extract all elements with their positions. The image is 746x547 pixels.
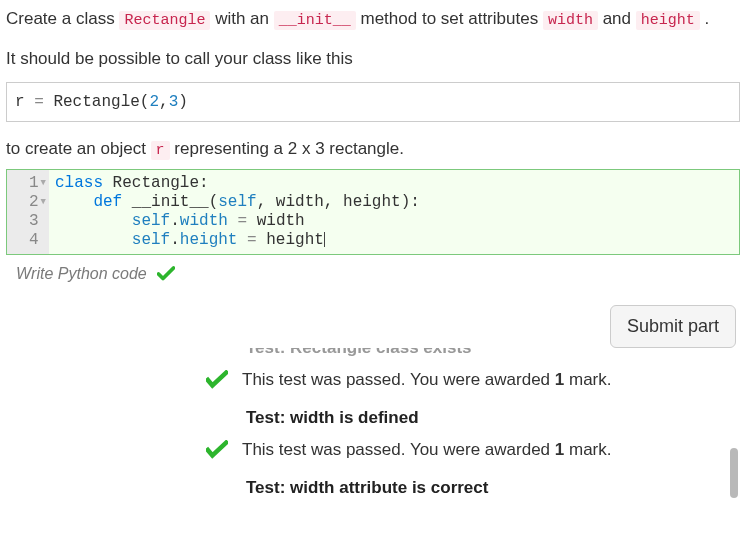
code-num: 2 [149,93,159,111]
line-number: 3 [29,212,39,231]
test-pass-row: This test was passed. You were awarded 1… [206,370,726,390]
instruction-subtext: It should be possible to call your class… [6,47,740,71]
text: to create an object [6,139,151,158]
instruction-line: Create a class Rectangle with an __init_… [6,6,740,33]
text: representing a 2 x 3 rectangle. [174,139,404,158]
cursor [324,232,325,247]
line-number: 2 [29,193,39,212]
code-num: 3 [169,93,179,111]
code-text: ) [178,93,188,111]
code-eq: = [34,93,44,111]
scrollbar[interactable] [730,348,738,508]
code-inline-r: r [151,141,170,160]
code-editor[interactable]: 1▼ 2▼ 3▼ 4▼ class Rectangle: def __init_… [6,169,740,255]
submit-button[interactable]: Submit part [610,305,736,348]
code-text: Rectangle( [44,93,150,111]
results-panel: Test: Rectangle class exists This test w… [6,348,740,508]
check-icon [157,266,175,282]
code-inline-width: width [543,11,598,30]
test-title: Test: width is defined [246,408,726,428]
test-pass-text: This test was passed. You were awarded 1… [242,440,612,460]
code-inline-height: height [636,11,700,30]
code-inline-rectangle: Rectangle [119,11,210,30]
scroll-thumb[interactable] [730,448,738,498]
fold-icon[interactable]: ▼ [41,193,46,212]
editor-footer: Write Python code [6,255,740,289]
example-code-block: r = Rectangle(2,3) [6,82,740,122]
check-icon [206,370,228,390]
test-title: Test: Rectangle class exists [246,348,726,358]
test-title: Test: width attribute is correct [246,478,726,498]
test-pass-text: This test was passed. You were awarded 1… [242,370,612,390]
submit-row: Submit part [6,289,740,348]
editor-gutter: 1▼ 2▼ 3▼ 4▼ [7,170,49,254]
fold-icon[interactable]: ▼ [41,174,46,193]
text: and [603,9,636,28]
code-text: , [159,93,169,111]
code-text: r [15,93,34,111]
text: with an [215,9,274,28]
line-number: 1 [29,174,39,193]
check-icon [206,440,228,460]
text: method to set attributes [360,9,542,28]
instruction-after: to create an object r representing a 2 x… [6,136,740,163]
test-pass-row: This test was passed. You were awarded 1… [206,440,726,460]
text: Create a class [6,9,119,28]
editor-hint: Write Python code [16,265,147,283]
text: . [704,9,709,28]
editor-content[interactable]: class Rectangle: def __init__(self, widt… [49,170,739,254]
code-inline-init: __init__ [274,11,356,30]
line-number: 4 [29,231,39,250]
